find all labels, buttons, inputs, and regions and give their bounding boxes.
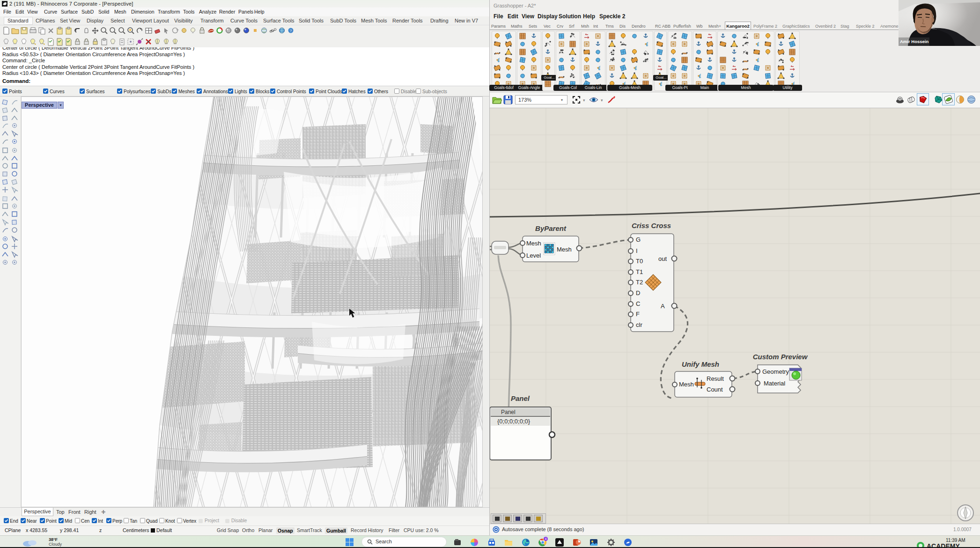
- svg-text:Level: Level: [526, 252, 541, 259]
- svg-text:F: F: [636, 311, 640, 318]
- svg-text:?: ?: [290, 29, 292, 33]
- svg-text:T0: T0: [636, 258, 643, 265]
- svg-text:I: I: [636, 247, 638, 254]
- svg-text:A: A: [661, 303, 665, 310]
- svg-text:ByParent: ByParent: [535, 224, 567, 232]
- svg-text:Result: Result: [707, 375, 724, 382]
- svg-text:T1: T1: [636, 268, 643, 275]
- svg-text:{0;0;0;0;0;0}: {0;0;0;0;0;0}: [497, 418, 531, 425]
- svg-text:Geometry: Geometry: [762, 368, 789, 375]
- svg-text:Amir Hossein: Amir Hossein: [900, 39, 928, 44]
- svg-text:G: G: [636, 236, 641, 243]
- svg-text:Mesh: Mesh: [526, 240, 541, 247]
- svg-text:Custom Preview: Custom Preview: [753, 353, 808, 361]
- svg-text:Material: Material: [764, 380, 785, 387]
- svg-text:out: out: [658, 255, 667, 262]
- svg-text:Panel: Panel: [501, 409, 516, 415]
- svg-text:C: C: [636, 300, 640, 307]
- svg-text:Unify Mesh: Unify Mesh: [682, 360, 719, 368]
- svg-text:Mesh: Mesh: [679, 381, 694, 388]
- svg-text:Panel: Panel: [511, 394, 530, 402]
- svg-text:Mesh: Mesh: [557, 246, 572, 253]
- svg-text:D: D: [636, 289, 640, 296]
- svg-text:T2: T2: [636, 279, 643, 286]
- svg-text:Count: Count: [707, 386, 723, 393]
- svg-text:clr: clr: [636, 321, 642, 328]
- svg-text:Criss Cross: Criss Cross: [632, 222, 671, 230]
